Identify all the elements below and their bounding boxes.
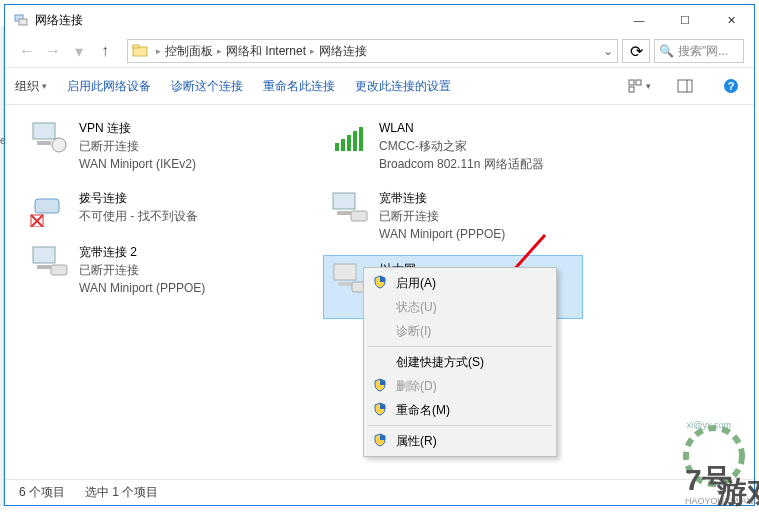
connection-name: 宽带连接	[379, 189, 505, 207]
connection-status: CMCC-移动之家	[379, 137, 544, 155]
nav-recent-dropdown[interactable]: ▾	[67, 39, 91, 63]
svg-rect-25	[359, 127, 363, 151]
svg-rect-23	[347, 135, 351, 151]
svg-rect-26	[333, 193, 355, 209]
nav-forward-button: →	[41, 39, 65, 63]
sep-icon: ▸	[156, 46, 161, 56]
connections-column-left: VPN 连接 已断开连接 WAN Miniport (IKEv2) 拨号连接 不…	[23, 115, 283, 469]
status-bar: 6 个项目 选中 1 个项目	[5, 479, 754, 505]
svg-rect-24	[353, 131, 357, 151]
toolbar-diagnose[interactable]: 诊断这个连接	[171, 78, 243, 95]
connection-name: 拨号连接	[79, 189, 198, 207]
svg-rect-19	[37, 265, 51, 269]
connection-item-wlan[interactable]: WLAN CMCC-移动之家 Broadcom 802.11n 网络适配器	[323, 115, 583, 177]
minimize-button[interactable]: —	[616, 5, 662, 35]
ctx-status: 状态(U)	[366, 295, 554, 319]
shield-icon	[373, 275, 387, 289]
connection-name: WLAN	[379, 119, 544, 137]
window-title: 网络连接	[35, 12, 616, 29]
connection-item-dialup[interactable]: 拨号连接 不可使用 - 找不到设备	[23, 185, 283, 231]
preview-pane-button[interactable]	[672, 75, 698, 97]
svg-rect-3	[133, 45, 139, 48]
broadband-icon	[29, 243, 69, 281]
svg-rect-7	[678, 80, 692, 92]
connection-status: 已断开连接	[79, 261, 205, 279]
svg-rect-28	[351, 211, 367, 221]
connection-name: VPN 连接	[79, 119, 196, 137]
svg-rect-18	[33, 247, 55, 263]
window-buttons: — ☐ ✕	[616, 5, 754, 35]
connection-item-broadband[interactable]: 宽带连接 已断开连接 WAN Miniport (PPPOE)	[323, 185, 583, 247]
toolbar-organize[interactable]: 组织 ▾	[15, 78, 47, 95]
svg-rect-11	[33, 123, 55, 139]
ctx-rename[interactable]: 重命名(M)	[366, 398, 554, 422]
network-icon	[13, 12, 29, 28]
breadcrumb-part[interactable]: 控制面板	[165, 43, 213, 60]
svg-rect-5	[636, 80, 641, 85]
svg-rect-12	[37, 141, 51, 145]
toolbar-enable-device[interactable]: 启用此网络设备	[67, 78, 151, 95]
address-bar: ← → ▾ ↑ ▸ 控制面板 ▸ 网络和 Internet ▸ 网络连接 ⌄ ⟳…	[5, 35, 754, 67]
connection-item-broadband2[interactable]: 宽带连接 2 已断开连接 WAN Miniport (PPPOE)	[23, 239, 283, 301]
connection-device: WAN Miniport (PPPOE)	[79, 279, 205, 297]
svg-text:?: ?	[728, 80, 735, 92]
ctx-delete: 删除(D)	[366, 374, 554, 398]
connection-status: 不可使用 - 找不到设备	[79, 207, 198, 225]
edge-letter: e	[0, 134, 3, 146]
svg-rect-27	[337, 211, 351, 215]
ctx-create-shortcut[interactable]: 创建快捷方式(S)	[366, 350, 554, 374]
ctx-properties[interactable]: 属性(R)	[366, 429, 554, 453]
item-count: 6 个项目	[19, 484, 65, 501]
breadcrumb-part[interactable]: 网络和 Internet	[226, 43, 306, 60]
help-button[interactable]: ?	[718, 75, 744, 97]
svg-rect-29	[334, 264, 356, 280]
nav-up-button[interactable]: ↑	[93, 39, 117, 63]
connection-device: WAN Miniport (PPPOE)	[379, 225, 505, 243]
vpn-icon	[29, 119, 69, 157]
ctx-enable[interactable]: 启用(A)	[366, 271, 554, 295]
connection-status: 已断开连接	[379, 207, 505, 225]
search-input[interactable]: 🔍 搜索"网...	[654, 39, 744, 63]
breadcrumb[interactable]: ▸ 控制面板 ▸ 网络和 Internet ▸ 网络连接 ⌄	[127, 39, 618, 63]
dialup-icon	[29, 189, 69, 227]
breadcrumb-folder-icon	[132, 43, 148, 59]
search-icon: 🔍	[659, 44, 674, 58]
shield-icon	[373, 402, 387, 416]
svg-rect-22	[341, 139, 345, 151]
ctx-separator	[368, 425, 552, 426]
nav-back-button[interactable]: ←	[15, 39, 39, 63]
sep-icon: ▸	[217, 46, 222, 56]
breadcrumb-dropdown-icon[interactable]: ⌄	[603, 44, 613, 58]
wlan-icon	[329, 119, 369, 157]
chevron-down-icon: ▾	[42, 81, 47, 91]
svg-rect-6	[629, 87, 634, 92]
shield-icon	[373, 378, 387, 392]
connection-device: WAN Miniport (IKEv2)	[79, 155, 196, 173]
svg-rect-21	[335, 143, 339, 151]
context-menu: 启用(A) 状态(U) 诊断(I) 创建快捷方式(S) 删除(D) 重命名(M)…	[363, 267, 557, 457]
connection-item-vpn[interactable]: VPN 连接 已断开连接 WAN Miniport (IKEv2)	[23, 115, 283, 177]
svg-rect-14	[35, 199, 59, 213]
window: 网络连接 — ☐ ✕ ← → ▾ ↑ ▸ 控制面板 ▸ 网络和 Internet…	[4, 4, 755, 506]
maximize-button[interactable]: ☐	[662, 5, 708, 35]
titlebar: 网络连接 — ☐ ✕	[5, 5, 754, 35]
chevron-down-icon: ▾	[646, 81, 651, 91]
ctx-diagnose: 诊断(I)	[366, 319, 554, 343]
refresh-icon: ⟳	[630, 42, 643, 61]
selected-count: 选中 1 个项目	[85, 484, 158, 501]
view-options-button[interactable]: ▾	[626, 75, 652, 97]
close-button[interactable]: ✕	[708, 5, 754, 35]
svg-rect-1	[19, 19, 27, 25]
refresh-button[interactable]: ⟳	[622, 39, 650, 63]
broadband-icon	[329, 189, 369, 227]
shield-icon	[373, 433, 387, 447]
toolbar-change-settings[interactable]: 更改此连接的设置	[355, 78, 451, 95]
connection-device: Broadcom 802.11n 网络适配器	[379, 155, 544, 173]
svg-rect-30	[338, 282, 352, 286]
ctx-separator	[368, 346, 552, 347]
breadcrumb-part[interactable]: 网络连接	[319, 43, 367, 60]
connection-name: 宽带连接 2	[79, 243, 205, 261]
svg-point-13	[52, 138, 66, 152]
search-placeholder: 搜索"网...	[678, 43, 728, 60]
toolbar-rename[interactable]: 重命名此连接	[263, 78, 335, 95]
